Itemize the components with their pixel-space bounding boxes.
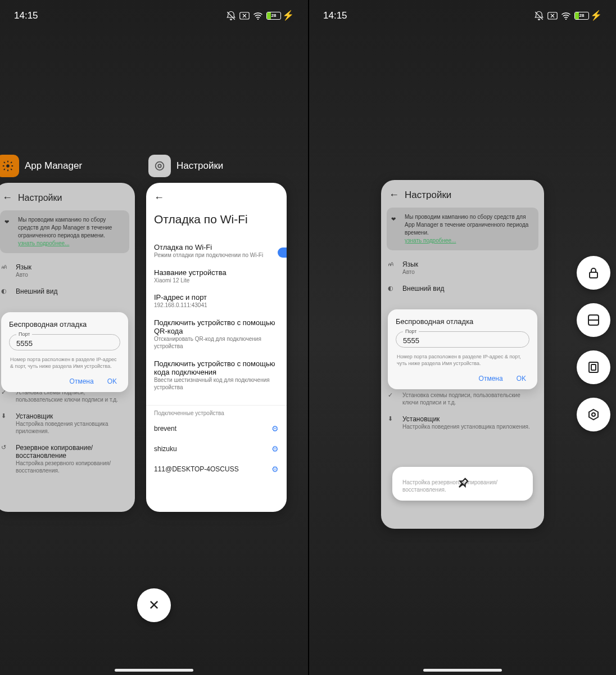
field-value[interactable]: 5555 [403, 336, 522, 345]
device-name: 111@DESKTOP-4OSCUSS [154, 465, 239, 473]
back-icon[interactable]: ← [154, 192, 164, 204]
clear-all-button[interactable]: ✕ [137, 588, 171, 622]
svg-rect-13 [591, 364, 596, 370]
palette-icon: ◐ [388, 285, 397, 292]
gear-icon[interactable]: ⚙ [271, 424, 279, 433]
row-title: Отладка по Wi-Fi [154, 243, 279, 251]
battery-indicator: 28 ⚡ [266, 10, 294, 21]
svg-point-5 [158, 164, 161, 168]
back-icon[interactable]: ← [2, 192, 12, 204]
download-icon: ⬇ [1, 412, 10, 420]
row-subtitle: Настройка резервного копирования/восстан… [402, 479, 537, 493]
setting-row-sign[interactable]: ✓ Установка схемы подписи, пользовательс… [381, 387, 544, 411]
setting-row-appearance[interactable]: ◐ Внешний вид [0, 283, 135, 300]
device-name: shizuku [154, 445, 177, 453]
page-title: Отладка по Wi-Fi [146, 208, 287, 233]
port-field[interactable]: Порт 5555 [9, 334, 120, 350]
home-indicator[interactable] [423, 669, 502, 672]
wifi-toggle-row[interactable]: Отладка по Wi-FiРежим отладки при подклю… [154, 238, 279, 264]
history-icon: ↺ [1, 444, 10, 451]
device-row[interactable]: brevent⚙ [146, 418, 287, 439]
pair-code-row[interactable]: Подключить устройство с помощью кода под… [154, 355, 279, 396]
banner-link[interactable]: узнать подробнее... [18, 240, 69, 246]
page-title: Настройки [18, 193, 62, 203]
shield-icon: ✓ [388, 392, 397, 399]
row-subtitle: Отсканировать QR-код для подключения уст… [154, 335, 279, 350]
palette-icon: ◐ [1, 287, 10, 295]
row-subtitle: Установка схемы подписи, пользовательски… [402, 392, 537, 406]
cancel-button[interactable]: Отмена [479, 375, 503, 382]
row-subtitle: Авто [402, 268, 537, 276]
appmanager-card[interactable]: ← Настройки ❤ Мы проводим кампанию по сб… [0, 183, 135, 512]
recent-task-settings[interactable]: Настройки ← Отладка по Wi-Fi Отладка по … [146, 155, 287, 515]
banner-link[interactable]: узнать подробнее... [405, 237, 456, 244]
row-title: Установщик [402, 415, 537, 423]
wifi-debug-toggle[interactable] [278, 248, 287, 258]
settings-app-icon [148, 155, 171, 177]
banner-text: Мы проводим кампанию по сбору средств дл… [18, 217, 112, 238]
ok-button[interactable]: OK [517, 375, 526, 382]
pair-qr-row[interactable]: Подключить устройство с помощью QR-кодаО… [154, 314, 279, 355]
status-bar: 14:15 28 ⚡ [0, 0, 308, 31]
wifi-icon [561, 12, 571, 20]
device-name: brevent [154, 425, 176, 433]
banner-text: Мы проводим кампанию по сбору средств дл… [405, 214, 528, 236]
row-title: IP-адрес и порт [154, 293, 279, 302]
recent-task-appmanager-focused[interactable]: ← Настройки ❤ Мы проводим кампанию по сб… [381, 180, 544, 529]
lock-task-button[interactable] [577, 256, 610, 290]
port-field[interactable]: Порт 5555 [396, 331, 529, 348]
ok-button[interactable]: OK [107, 377, 117, 385]
svg-rect-9 [590, 272, 597, 278]
floating-window-button[interactable] [577, 350, 610, 384]
row-value: Xiaomi 12 Lite [154, 277, 279, 285]
screen-recents-single: 14:15 28 ⚡ ← Настройки ❤ Мы проводим кам… [308, 0, 616, 675]
split-screen-button[interactable] [577, 303, 610, 337]
row-title: Подключить устройство с помощью QR-кода [154, 318, 279, 335]
vibrate-icon [534, 11, 544, 21]
setting-row-installer[interactable]: ⬇ УстановщикНастройка поведения установщ… [381, 411, 544, 435]
home-indicator[interactable] [115, 669, 193, 672]
device-name-row[interactable]: Название устройстваXiaomi 12 Lite [154, 264, 279, 289]
setting-row-backup[interactable]: ↺ Резервное копирование/восстановлениеНа… [0, 439, 135, 479]
status-bar: 14:15 28 ⚡ [309, 0, 616, 31]
clock: 14:15 [323, 10, 347, 21]
recent-task-label: Настройки [176, 160, 223, 172]
cancel-button[interactable]: Отмена [70, 377, 94, 385]
row-subtitle: Настройка поведения установщика приложен… [402, 423, 537, 430]
row-title: Внешний вид [402, 285, 537, 292]
field-value[interactable]: 5555 [16, 339, 113, 348]
setting-row-installer[interactable]: ⬇ УстановщикНастройка поведения установщ… [0, 408, 135, 439]
translate-icon: 🗚 [1, 263, 10, 270]
back-icon[interactable]: ← [389, 189, 399, 201]
field-label: Порт [16, 331, 32, 337]
screen-recents-multi: 14:15 28 ⚡ App Manager ← Настройки [0, 0, 308, 675]
setting-row-appearance[interactable]: ◐ Внешний вид [381, 280, 544, 297]
fundraising-banner[interactable]: ❤ Мы проводим кампанию по сбору средств … [387, 208, 538, 250]
download-icon: ⬇ [388, 415, 397, 422]
svg-point-14 [592, 413, 595, 416]
settings-task-button[interactable] [577, 398, 610, 431]
row-subtitle: Авто [16, 271, 128, 278]
settings-card[interactable]: ← Отладка по Wi-Fi Отладка по Wi-FiРежим… [146, 183, 287, 512]
appmanager-app-icon [0, 155, 19, 177]
ip-port-row[interactable]: IP-адрес и порт192.168.0.111:43041 [154, 289, 279, 314]
wireless-debug-dialog: Беспроводная отладка Порт 5555 Номер пор… [1, 312, 128, 392]
dialog-title: Беспроводная отладка [9, 320, 120, 328]
connected-devices-header: Подключенные устройства [146, 405, 287, 418]
recent-task-appmanager[interactable]: App Manager ← Настройки ❤ Мы проводим ка… [0, 155, 135, 515]
task-action-buttons [577, 256, 610, 431]
hexagon-icon [587, 408, 600, 421]
fundraising-banner[interactable]: ❤ Мы проводим кампанию по сбору средств … [0, 210, 129, 253]
gear-icon[interactable]: ⚙ [271, 444, 279, 453]
dialog-hint: Номер порта расположен в разделе IP-адре… [9, 354, 120, 372]
setting-row-language[interactable]: 🗚 ЯзыкАвто [0, 259, 135, 283]
row-subtitle: Ввести шестизначный код для подключения … [154, 376, 279, 392]
setting-row-language[interactable]: 🗚 ЯзыкАвто [381, 256, 544, 280]
gear-icon[interactable]: ⚙ [271, 465, 279, 474]
vibrate-icon [226, 11, 236, 21]
device-row[interactable]: shizuku⚙ [146, 439, 287, 459]
device-row[interactable]: 111@DESKTOP-4OSCUSS⚙ [146, 459, 287, 479]
row-subtitle: Режим отладки при подключении по Wi-Fi [154, 251, 279, 259]
svg-point-8 [565, 18, 567, 19]
row-title: Внешний вид [16, 287, 128, 295]
